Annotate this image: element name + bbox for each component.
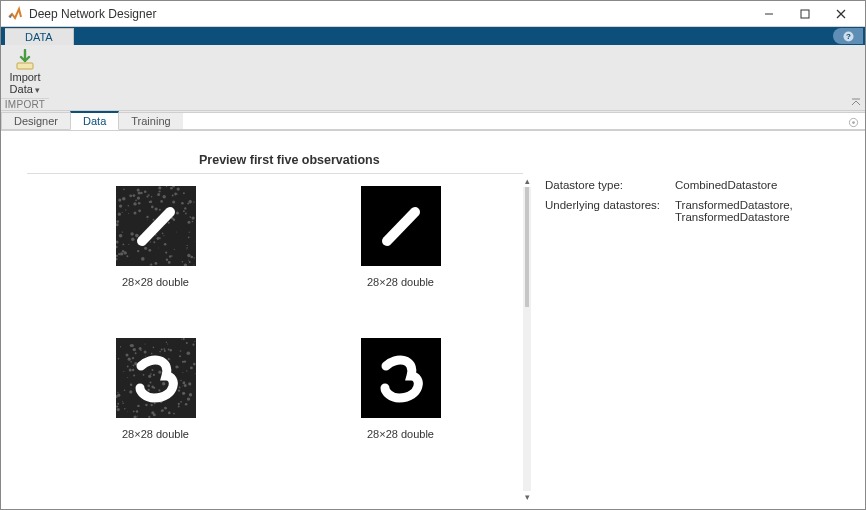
svg-point-57 [177, 194, 178, 195]
svg-point-168 [186, 351, 190, 355]
preview-cell: 28×28 double [83, 338, 228, 440]
svg-point-25 [171, 194, 173, 196]
svg-point-255 [147, 385, 150, 388]
close-button[interactable] [823, 2, 859, 26]
svg-point-177 [138, 347, 141, 350]
svg-point-257 [183, 384, 186, 387]
preview-pane: Preview first five observations 28×28 do… [1, 131, 533, 509]
tab-data[interactable]: Data [70, 111, 119, 130]
svg-point-101 [186, 247, 187, 248]
svg-point-209 [182, 338, 184, 340]
tab-options-icon[interactable] [847, 116, 859, 128]
svg-point-156 [181, 339, 182, 340]
collapse-ribbon-icon[interactable] [851, 97, 861, 108]
svg-point-78 [137, 250, 139, 252]
svg-point-86 [151, 206, 154, 209]
svg-point-148 [194, 341, 195, 342]
datastore-type-label: Datastore type: [545, 179, 675, 191]
svg-text:?: ? [846, 32, 851, 41]
svg-point-214 [129, 390, 132, 393]
svg-point-40 [118, 199, 121, 202]
preview-thumbnail [361, 338, 441, 418]
svg-point-157 [137, 405, 139, 407]
preview-scrollbar[interactable]: ▴ ▾ [521, 175, 533, 503]
svg-point-65 [176, 212, 179, 215]
svg-point-160 [123, 371, 124, 372]
svg-point-133 [132, 194, 135, 197]
svg-point-163 [128, 369, 131, 372]
svg-point-240 [192, 344, 194, 346]
svg-point-43 [152, 219, 154, 221]
svg-point-210 [185, 342, 187, 344]
svg-point-228 [145, 356, 146, 357]
import-data-button[interactable]: Import Data [1, 49, 49, 96]
scroll-track[interactable] [523, 187, 531, 491]
svg-point-129 [158, 248, 159, 249]
svg-point-79 [193, 265, 194, 266]
help-button[interactable]: ? [833, 28, 863, 44]
svg-point-195 [160, 410, 162, 412]
toolstrip-tab-data[interactable]: DATA [5, 28, 74, 45]
svg-point-246 [167, 348, 169, 350]
maximize-button[interactable] [787, 2, 823, 26]
svg-point-229 [173, 413, 175, 415]
svg-point-41 [186, 249, 187, 250]
svg-point-77 [193, 257, 194, 258]
svg-point-162 [179, 350, 181, 352]
svg-point-52 [137, 202, 140, 205]
preview-caption: 28×28 double [83, 276, 228, 288]
svg-point-51 [173, 249, 174, 250]
svg-point-171 [122, 402, 124, 404]
svg-point-137 [176, 232, 177, 233]
svg-point-194 [182, 372, 183, 373]
svg-point-253 [117, 394, 120, 397]
svg-point-245 [167, 343, 168, 344]
svg-point-100 [144, 247, 147, 250]
scroll-up-icon[interactable]: ▴ [521, 175, 533, 187]
svg-point-149 [117, 392, 118, 393]
svg-point-205 [132, 348, 135, 351]
svg-rect-142 [116, 338, 196, 418]
svg-point-128 [126, 255, 128, 257]
svg-point-32 [141, 257, 145, 261]
svg-point-138 [181, 261, 183, 263]
svg-point-29 [150, 264, 152, 266]
svg-point-120 [118, 253, 120, 255]
underlying-value: TransformedDatastore, TransformedDatasto… [675, 199, 855, 223]
minimize-button[interactable] [751, 2, 787, 26]
svg-point-12 [135, 200, 137, 202]
preview-cell: 28×28 double [328, 186, 473, 288]
subtabs: Designer Data Training [1, 111, 865, 131]
svg-point-20 [147, 219, 148, 220]
svg-point-106 [154, 207, 157, 210]
svg-point-80 [135, 234, 139, 238]
svg-point-196 [194, 373, 195, 374]
svg-point-90 [165, 259, 167, 261]
svg-point-221 [193, 363, 196, 366]
svg-rect-1 [801, 10, 809, 18]
svg-point-219 [127, 377, 128, 378]
svg-point-143 [124, 408, 126, 410]
svg-point-38 [128, 244, 129, 245]
svg-point-113 [187, 203, 189, 205]
svg-point-31 [162, 195, 165, 198]
tab-training[interactable]: Training [118, 112, 183, 130]
svg-point-18 [176, 188, 179, 191]
svg-point-266 [168, 412, 171, 415]
scroll-thumb[interactable] [525, 187, 529, 307]
import-icon [13, 49, 37, 71]
svg-point-173 [129, 384, 131, 386]
ribbon-group-label: IMPORT [1, 98, 49, 110]
svg-point-236 [116, 408, 119, 411]
svg-point-108 [181, 202, 184, 205]
svg-point-109 [191, 221, 193, 223]
svg-point-44 [149, 265, 150, 266]
app-window: Deep Network Designer DATA ? [0, 0, 866, 510]
tab-designer[interactable]: Designer [1, 112, 71, 130]
preview-thumbnail [116, 338, 196, 418]
scroll-down-icon[interactable]: ▾ [521, 491, 533, 503]
svg-point-136 [133, 211, 136, 214]
svg-point-252 [181, 386, 182, 387]
svg-point-37 [161, 233, 163, 235]
svg-point-144 [126, 366, 128, 368]
